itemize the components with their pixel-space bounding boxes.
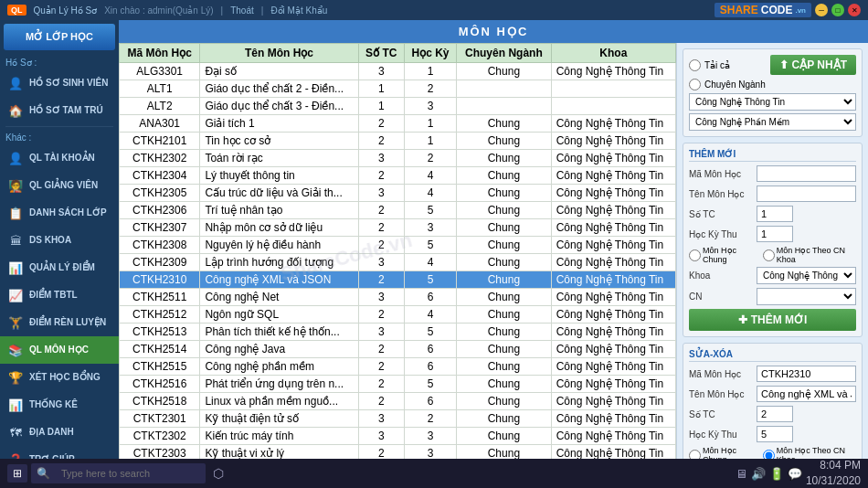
table-row[interactable]: CTKH2305Cấu trúc dữ liệu và Giải th...34… [120, 185, 676, 202]
sidebar-item-tai-khoan[interactable]: 👤 QL TÀI KHOẢN [0, 144, 119, 172]
table-row[interactable]: CTKH2309Lập trình hướng đối tượng34Chung… [120, 254, 676, 271]
sidebar-item-thong-ke[interactable]: 📊 THỐNG KÊ [0, 391, 119, 419]
table-row[interactable]: ALT2Giáo dục thể chất 3 - Điền...13 [120, 98, 676, 115]
table-row[interactable]: ALG3301Đại số31ChungCông Nghệ Thông Tin [120, 63, 676, 80]
table-cell: 3 [404, 219, 456, 237]
table-cell: 1 [404, 115, 456, 133]
window-minimize[interactable]: ─ [815, 4, 828, 16]
table-row[interactable]: CTKH2515Công nghệ phần mềm26ChungCông Ng… [120, 358, 676, 376]
table-row[interactable]: CTKH2101Tin học cơ sở21ChungCông Nghệ Th… [120, 133, 676, 150]
book-icon: 📚 [7, 342, 24, 358]
sua-ten-mon-input[interactable] [757, 386, 856, 402]
table-row[interactable]: CTKH2306Trí tuệ nhân tạo25ChungCông Nghệ… [120, 202, 676, 219]
them-cn-select[interactable] [757, 288, 856, 305]
taskbar-icon-network[interactable]: 🖥 [736, 467, 747, 481]
taskbar-search-box[interactable]: 🔍 [31, 463, 206, 483]
sidebar-item-xet-hoc-bong[interactable]: 🏆 XÉT HỌC BỔNG [0, 364, 119, 391]
table-cell: CTKT2302 [120, 428, 200, 445]
open-lop-hoc-button[interactable]: MỞ LỚP HỌC [4, 24, 115, 50]
taskbar-search-input[interactable] [54, 465, 200, 482]
nav-thoat[interactable]: Thoát [230, 5, 254, 16]
chuyen-nganh-select-1[interactable]: Công Nghệ Thông Tin [689, 93, 856, 111]
table-row[interactable]: CTKH2518Linux và phần mềm nguồ...26Chung… [120, 393, 676, 410]
taskbar-clock: 8:04 PM 10/31/2020 [806, 458, 861, 488]
sidebar-item-diem-tbtl[interactable]: 📈 ĐIỂM TBTL [0, 281, 119, 309]
taskbar-icon-cortana[interactable]: ⬡ [213, 466, 224, 481]
table-cell: 2 [358, 115, 404, 133]
sidebar-item-ds-khoa[interactable]: 🏛 DS KHOA [0, 227, 119, 254]
sidebar-item-danh-sach-lop[interactable]: 📋 DANH SÁCH LỚP [0, 199, 119, 227]
windows-icon: ⊞ [13, 467, 22, 480]
table-row[interactable]: CTKH2514Công nghệ Java26ChungCông Nghệ T… [120, 341, 676, 358]
table-cell: Chung [457, 150, 552, 167]
table-row[interactable]: CTKH2512Ngôn ngữ SQL24ChungCông Nghệ Thô… [120, 306, 676, 324]
table-row[interactable]: CTKT2303Kỹ thuật vi xử lý23ChungCông Ngh… [120, 445, 676, 460]
them-khoa-select[interactable]: Công Nghệ Thông Tin [757, 267, 856, 284]
table-cell: Chung [457, 410, 552, 428]
sua-ma-mon-input[interactable] [757, 366, 856, 382]
taskbar-icon-msg[interactable]: 💬 [788, 467, 802, 481]
table-row[interactable]: CTKH2308Nguyên lý hệ điều hành25ChungCôn… [120, 237, 676, 254]
start-button[interactable]: ⊞ [7, 464, 27, 483]
nav-divider2: | [261, 5, 264, 16]
window-maximize[interactable]: □ [831, 4, 844, 16]
sidebar-item-tam-tru[interactable]: 🏠 HỒ SƠ TAM TRÚ [0, 97, 119, 124]
sidebar-item-tro-giup[interactable]: ❓ TRỢ GIÚP [0, 446, 119, 459]
table-cell: Công Nghệ Thông Tin [551, 358, 675, 376]
chuyen-nganh-radio[interactable] [689, 79, 701, 90]
table-row[interactable]: CTKH2302Toán rời rạc32ChungCông Nghệ Thô… [120, 150, 676, 167]
sidebar-item-dia-danh[interactable]: 🗺 ĐỊA DANH [0, 419, 119, 446]
table-row[interactable]: CTKH2310Công nghệ XML và JSON25ChungCông… [120, 271, 676, 289]
table-row[interactable]: ANA301Giải tích 121ChungCông Nghệ Thông … [120, 115, 676, 133]
them-so-tc-input[interactable] [757, 206, 793, 222]
chuyen-nganh-select-2[interactable]: Công Nghệ Phần Mềm [689, 113, 856, 131]
person-icon: 👤 [7, 75, 24, 91]
sidebar-item-diem-ren-luyen[interactable]: 🏋 ĐIỂM RÈN LUYỆN [0, 309, 119, 336]
table-cell: CTKH2308 [120, 237, 200, 254]
table-cell: CTKH2512 [120, 306, 200, 324]
content-header: MÔN HỌC [119, 20, 868, 43]
sidebar-label-ds-khoa: DS KHOA [29, 235, 71, 246]
them-mon-chung-radio[interactable] [689, 249, 701, 261]
table-cell: 1 [404, 63, 456, 80]
them-ma-mon-input[interactable] [757, 165, 856, 182]
table-row[interactable]: CTKT2301Kỹ thuật điện tử số32ChungCông N… [120, 410, 676, 428]
table-cell: Công Nghệ Thông Tin [551, 237, 675, 254]
sua-mon-chung-radio[interactable] [689, 450, 701, 460]
cap-nhat-button[interactable]: ⬆ CẬP NHẬT [770, 55, 856, 75]
sidebar-item-giang-vien[interactable]: 🧑‍🏫 QL GIẢNG VIÊN [0, 172, 119, 199]
table-cell: Giải tích 1 [200, 115, 358, 133]
sua-so-tc-input[interactable] [757, 406, 793, 422]
sidebar-item-sinh-vien[interactable]: 👤 HỒ SƠ SINH VIÊN [0, 69, 119, 97]
table-cell: Trí tuệ nhân tạo [200, 202, 358, 219]
table-cell: 2 [404, 80, 456, 98]
them-ten-mon-input[interactable] [757, 186, 856, 202]
table-row[interactable]: CTKH2516Phát triển ứng dụng trên n...25C… [120, 376, 676, 393]
table-cell: 2 [358, 133, 404, 150]
table-cell: 2 [358, 271, 404, 289]
table-row[interactable]: CTKH2513Phân tích thiết kế hệ thốn...35C… [120, 324, 676, 341]
table-cell: Công Nghệ Thông Tin [551, 150, 675, 167]
table-row[interactable]: CTKT2302Kiến trúc máy tính33ChungCông Ng… [120, 428, 676, 445]
table-cell: 4 [404, 167, 456, 185]
them-mon-cn-radio[interactable] [763, 249, 775, 261]
taskbar-icon-volume[interactable]: 🔊 [751, 467, 766, 481]
sua-mon-chung-label: Môn Học Chung [703, 446, 756, 459]
table-row[interactable]: CTKH2304Lý thuyết thông tin24ChungCông N… [120, 167, 676, 185]
sua-hoc-ky-input[interactable] [757, 426, 793, 442]
col-chuyen-nganh: Chuyên Ngành [457, 44, 552, 63]
sidebar-item-ql-mon-hoc[interactable]: 📚 QL MÔN HỌC [0, 336, 119, 364]
table-row[interactable]: CTKH2307Nhập môn cơ sở dữ liệu23ChungCôn… [120, 219, 676, 237]
tai-ca-radio[interactable] [689, 59, 701, 71]
sua-mon-cn-radio[interactable] [763, 450, 775, 460]
table-row[interactable]: CTKH2511Công nghệ Net36ChungCông Nghệ Th… [120, 289, 676, 306]
table-cell: Linux và phần mềm nguồ... [200, 393, 358, 410]
window-close[interactable]: ✕ [848, 4, 861, 16]
them-moi-button[interactable]: ✚ THÊM MỚI [689, 309, 856, 331]
sidebar-label-diem-tbtl: ĐIỂM TBTL [29, 290, 78, 301]
sidebar-item-quan-ly-diem[interactable]: 📊 QUẢN LÝ ĐIỂM [0, 254, 119, 281]
taskbar-icon-battery[interactable]: 🔋 [769, 467, 784, 481]
table-row[interactable]: ALT1Giáo dục thể chất 2 - Điền...12 [120, 80, 676, 98]
them-hoc-ky-input[interactable] [757, 226, 793, 242]
nav-doi-mat-khau[interactable]: Đổi Mật Khẩu [270, 5, 327, 16]
